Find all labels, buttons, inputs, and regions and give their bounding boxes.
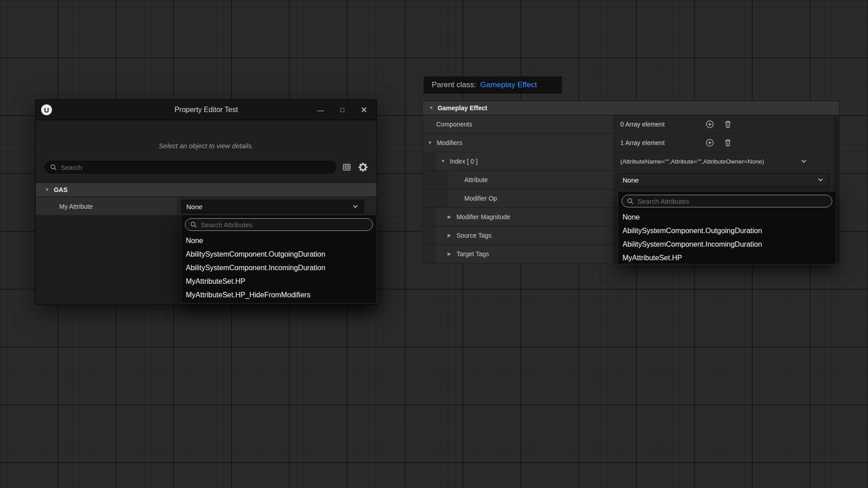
array-count: 1 Array element	[620, 139, 665, 146]
indent-rail	[423, 208, 436, 226]
category-label: GAS	[54, 186, 67, 193]
property-value-cell: None	[178, 197, 377, 216]
index-0-row: ▼ Index [ 0 ] (AttributeName="",Attribut…	[423, 152, 839, 171]
chevron-collapsed-icon: ▶	[448, 233, 451, 238]
graph-grid-background: U Property Editor Test — □ × Select an o…	[0, 0, 868, 488]
add-element-icon[interactable]	[705, 138, 714, 147]
row-label: Attribute	[464, 176, 488, 183]
row-name-cell: Components	[423, 115, 614, 133]
attribute-search-box[interactable]	[622, 195, 832, 207]
row-name-cell[interactable]: ▼ Modifiers	[423, 134, 614, 152]
dropdown-item-outgoing-duration[interactable]: AbilitySystemComponent.OutgoingDuration	[618, 224, 836, 238]
property-name-cell: My Attribute	[36, 197, 178, 216]
my-attribute-row: My Attribute None	[36, 197, 377, 216]
search-icon	[627, 197, 634, 205]
chevron-collapsed-icon: ▶	[448, 215, 451, 219]
indent-rail	[436, 171, 448, 189]
property-name: My Attribute	[59, 203, 93, 210]
dropdown-item-none[interactable]: None	[618, 211, 836, 224]
row-value-cell: 1 Array element	[614, 134, 839, 152]
row-value-cell: None	[614, 171, 839, 189]
delete-elements-trash-icon[interactable]	[723, 138, 732, 147]
chevron-expanded-icon: ▼	[441, 159, 445, 164]
array-count: 0 Array element	[620, 121, 665, 128]
chevron-collapsed-icon: ▶	[448, 252, 451, 256]
indent-rail	[436, 189, 448, 207]
attribute-row: Attribute None	[423, 171, 839, 189]
attribute-search-input[interactable]	[634, 197, 827, 205]
row-label: Source Tags	[457, 232, 492, 239]
chevron-down-icon	[352, 203, 359, 210]
chevron-down-icon[interactable]	[800, 158, 807, 165]
attribute-search-box[interactable]	[185, 218, 373, 231]
category-header-gas[interactable]: ▼ GAS	[36, 183, 377, 197]
search-icon	[190, 221, 197, 228]
search-icon	[50, 164, 57, 171]
row-name-cell[interactable]: ▶ Source Tags	[423, 226, 614, 244]
minimize-button[interactable]: —	[311, 103, 330, 117]
empty-selection-hint: Select an object to view details.	[36, 142, 377, 150]
modifiers-row: ▼ Modifiers 1 Array element	[423, 134, 839, 152]
dropdown-item-incoming-duration[interactable]: AbilitySystemComponent.IncomingDuration	[181, 261, 377, 275]
maximize-button[interactable]: □	[333, 103, 351, 117]
settings-gear-icon[interactable]	[357, 161, 369, 173]
row-value-cell: (AttributeName="",Attribute="",Attribute…	[614, 152, 839, 170]
row-name-cell[interactable]: ▶ Target Tags	[423, 245, 614, 263]
dropdown-item-hp-hide-from-modifiers[interactable]: MyAttributeSet.HP_HideFromModifiers	[181, 288, 377, 302]
struct-preview: (AttributeName="",Attribute="",Attribute…	[620, 158, 764, 165]
parent-class-chip: Parent class: Gameplay Effect	[424, 76, 562, 94]
row-name-cell[interactable]: ▼ Index [ 0 ]	[423, 152, 614, 170]
attribute-picker-dropdown: None AbilitySystemComponent.OutgoingDura…	[618, 191, 836, 264]
dropdown-item-outgoing-duration[interactable]: AbilitySystemComponent.OutgoingDuration	[181, 248, 377, 261]
chevron-expanded-icon: ▼	[428, 141, 432, 145]
category-label: Gameplay Effect	[438, 104, 487, 112]
indent-rail	[423, 152, 436, 170]
row-name-cell[interactable]: ▶ Modifier Magnitude	[423, 208, 614, 226]
row-label: Index [ 0 ]	[450, 158, 477, 165]
attribute-search-input[interactable]	[197, 221, 368, 229]
window-titlebar[interactable]: U Property Editor Test — □ ×	[36, 100, 377, 120]
chevron-down-icon	[817, 176, 824, 183]
row-label: Target Tags	[457, 250, 489, 258]
chevron-expanded-icon: ▼	[45, 188, 49, 192]
category-header-gameplay-effect[interactable]: ▼ Gameplay Effect	[423, 101, 839, 115]
my-attribute-combobox[interactable]: None	[181, 200, 364, 213]
row-name-cell: Attribute	[423, 171, 614, 189]
parent-class-label: Parent class:	[432, 80, 476, 89]
indent-rail	[423, 171, 436, 189]
row-label: Modifiers	[437, 139, 462, 146]
dropdown-item-none[interactable]: None	[181, 234, 377, 248]
parent-class-link[interactable]: Gameplay Effect	[480, 80, 537, 89]
row-label: Modifier Magnitude	[457, 213, 510, 221]
dropdown-item-incoming-duration[interactable]: AbilitySystemComponent.IncomingDuration	[618, 238, 836, 251]
row-label: Components	[436, 121, 472, 128]
dropdown-item-hp[interactable]: MyAttributeSet.HP	[181, 275, 377, 288]
unreal-engine-logo-icon: U	[41, 104, 52, 115]
close-button[interactable]: ×	[355, 103, 373, 117]
components-row: Components 0 Array element	[423, 115, 839, 134]
row-name-cell: Modifier Op	[423, 189, 614, 207]
details-search-box[interactable]	[45, 161, 336, 174]
attribute-combobox[interactable]: None	[618, 173, 829, 187]
row-label: Modifier Op	[464, 195, 497, 202]
row-value-cell: 0 Array element	[614, 115, 839, 133]
chevron-expanded-icon: ▼	[429, 106, 434, 110]
indent-rail	[423, 189, 436, 207]
indent-rail	[423, 226, 436, 244]
view-options-table-icon[interactable]	[341, 161, 353, 173]
indent-rail	[423, 245, 436, 263]
search-input[interactable]	[57, 164, 331, 171]
gameplay-effect-details-panel: ▼ Gameplay Effect Components 0 Array ele…	[422, 101, 840, 263]
dropdown-item-hp[interactable]: MyAttributeSet.HP	[618, 251, 836, 265]
attribute-picker-dropdown: None AbilitySystemComponent.OutgoingDura…	[181, 215, 377, 304]
add-element-icon[interactable]	[705, 120, 714, 129]
combobox-value: None	[623, 176, 639, 184]
combobox-value: None	[186, 203, 203, 211]
delete-elements-trash-icon[interactable]	[723, 120, 732, 129]
search-toolbar	[45, 161, 371, 174]
